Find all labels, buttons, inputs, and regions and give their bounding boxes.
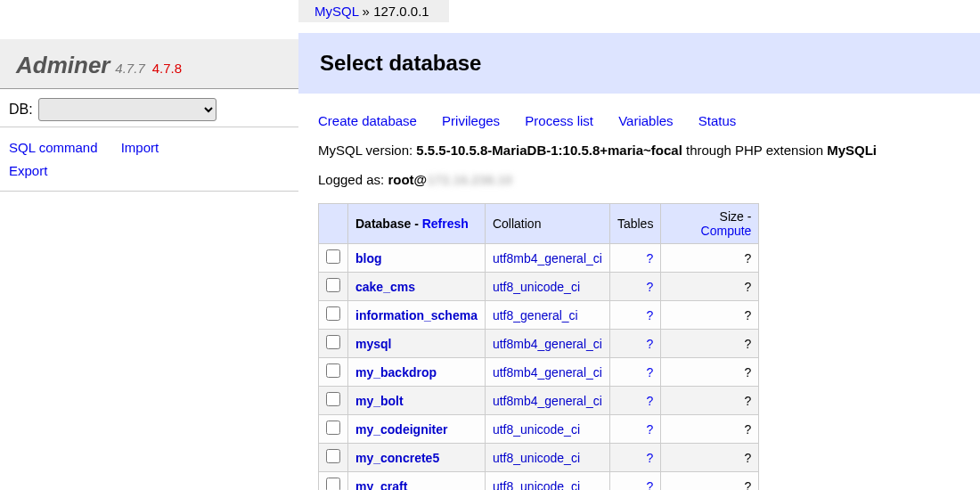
collation-link[interactable]: utf8_unicode_ci	[493, 280, 580, 294]
row-size: ?	[661, 330, 759, 358]
database-link[interactable]: my_backdrop	[355, 365, 437, 380]
process-list-link[interactable]: Process list	[525, 113, 593, 128]
row-size: ?	[661, 273, 759, 301]
app-version-current: 4.7.7	[115, 61, 144, 76]
status-link[interactable]: Status	[698, 113, 737, 128]
database-link[interactable]: blog	[355, 251, 382, 265]
export-link[interactable]: Export	[9, 163, 47, 178]
row-checkbox[interactable]	[326, 278, 340, 292]
db-select[interactable]	[38, 98, 216, 121]
table-row: my_boltutf8mb4_general_ci??	[319, 387, 759, 415]
row-checkbox[interactable]	[326, 363, 340, 378]
table-row: mysqlutf8mb4_general_ci??	[319, 330, 759, 358]
row-tables: ?	[609, 415, 660, 444]
table-row: my_codeigniterutf8_unicode_ci??	[319, 415, 759, 444]
compute-link[interactable]: Compute	[701, 224, 752, 238]
row-size: ?	[661, 301, 759, 330]
table-row: blogutf8mb4_general_ci??	[319, 244, 759, 273]
row-database-name: my_concrete5	[348, 444, 486, 472]
sidebar-header: Adminer 4.7.7 4.7.8	[0, 39, 298, 89]
database-link[interactable]: my_codeigniter	[355, 422, 447, 437]
server-version-prefix: MySQL version:	[318, 143, 416, 158]
main-content: MySQL » 127.0.0.1 Select database Create…	[298, 0, 980, 490]
row-checkbox[interactable]	[326, 421, 340, 435]
privileges-link[interactable]: Privileges	[442, 113, 500, 128]
breadcrumb-sep: »	[358, 4, 373, 19]
tables-count-link[interactable]: ?	[647, 308, 654, 323]
row-size: ?	[661, 415, 759, 444]
collation-link[interactable]: utf8_unicode_ci	[493, 479, 580, 491]
row-checkbox[interactable]	[326, 449, 340, 463]
row-checkbox-cell	[319, 444, 348, 472]
sql-command-link[interactable]: SQL command	[9, 140, 98, 155]
tables-count-link[interactable]: ?	[647, 479, 654, 491]
row-database-name: mysql	[348, 330, 486, 358]
row-database-name: information_schema	[348, 301, 486, 330]
collation-link[interactable]: utf8mb4_general_ci	[493, 394, 602, 408]
tables-count-link[interactable]: ?	[647, 251, 654, 265]
row-collation: utf8_unicode_ci	[485, 472, 609, 491]
app-version-new[interactable]: 4.7.8	[152, 61, 182, 76]
row-database-name: my_codeigniter	[348, 415, 486, 444]
refresh-link[interactable]: Refresh	[422, 216, 469, 231]
tables-count-link[interactable]: ?	[647, 451, 654, 465]
database-link[interactable]: information_schema	[355, 308, 478, 323]
row-tables: ?	[609, 244, 660, 273]
row-size: ?	[661, 387, 759, 415]
breadcrumb-driver[interactable]: MySQL	[314, 4, 358, 19]
header-size-label: Size -	[720, 209, 752, 224]
row-checkbox-cell	[319, 273, 348, 301]
database-link[interactable]: my_bolt	[355, 394, 404, 408]
row-tables: ?	[609, 444, 660, 472]
create-database-link[interactable]: Create database	[318, 113, 417, 128]
variables-link[interactable]: Variables	[618, 113, 673, 128]
row-checkbox-cell	[319, 301, 348, 330]
tables-count-link[interactable]: ?	[647, 422, 654, 437]
table-row: my_concrete5utf8_unicode_ci??	[319, 444, 759, 472]
tables-count-link[interactable]: ?	[647, 280, 654, 294]
row-checkbox[interactable]	[326, 249, 340, 264]
row-size: ?	[661, 444, 759, 472]
header-database: Database - Refresh	[348, 204, 486, 244]
row-database-name: my_craft	[348, 472, 486, 491]
tables-count-link[interactable]: ?	[647, 337, 654, 351]
db-selector: DB:	[0, 89, 298, 127]
header-size: Size - Compute	[661, 204, 759, 244]
page-title: Select database	[298, 33, 980, 94]
database-link[interactable]: my_craft	[355, 479, 407, 491]
database-link[interactable]: mysql	[355, 337, 391, 351]
row-tables: ?	[609, 472, 660, 491]
collation-link[interactable]: utf8mb4_general_ci	[493, 251, 602, 265]
row-collation: utf8_unicode_ci	[485, 273, 609, 301]
table-row: my_craftutf8_unicode_ci??	[319, 472, 759, 491]
collation-link[interactable]: utf8_unicode_ci	[493, 451, 580, 465]
login-user: root@	[388, 172, 427, 187]
import-link[interactable]: Import	[121, 140, 159, 155]
row-tables: ?	[609, 358, 660, 387]
row-database-name: blog	[348, 244, 486, 273]
row-checkbox-cell	[319, 330, 348, 358]
tables-count-link[interactable]: ?	[647, 394, 654, 408]
collation-link[interactable]: utf8mb4_general_ci	[493, 365, 602, 380]
row-checkbox[interactable]	[326, 335, 340, 349]
row-checkbox[interactable]	[326, 392, 340, 406]
header-database-label: Database -	[355, 216, 422, 231]
database-table: Database - Refresh Collation Tables Size…	[318, 203, 759, 490]
collation-link[interactable]: utf8mb4_general_ci	[493, 337, 602, 351]
collation-link[interactable]: utf8_general_ci	[493, 308, 578, 323]
collation-link[interactable]: utf8_unicode_ci	[493, 422, 580, 437]
tables-count-link[interactable]: ?	[647, 365, 654, 380]
row-checkbox-cell	[319, 472, 348, 491]
row-size: ?	[661, 358, 759, 387]
server-extension-value: MySQLi	[827, 143, 877, 158]
row-checkbox[interactable]	[326, 478, 340, 490]
breadcrumb: MySQL » 127.0.0.1	[298, 0, 449, 22]
row-collation: utf8mb4_general_ci	[485, 358, 609, 387]
row-checkbox[interactable]	[326, 306, 340, 321]
row-collation: utf8_general_ci	[485, 301, 609, 330]
server-extension-middle: through PHP extension	[682, 143, 827, 158]
database-link[interactable]: cake_cms	[355, 280, 415, 294]
row-size: ?	[661, 472, 759, 491]
database-link[interactable]: my_concrete5	[355, 451, 439, 465]
table-row: cake_cmsutf8_unicode_ci??	[319, 273, 759, 301]
